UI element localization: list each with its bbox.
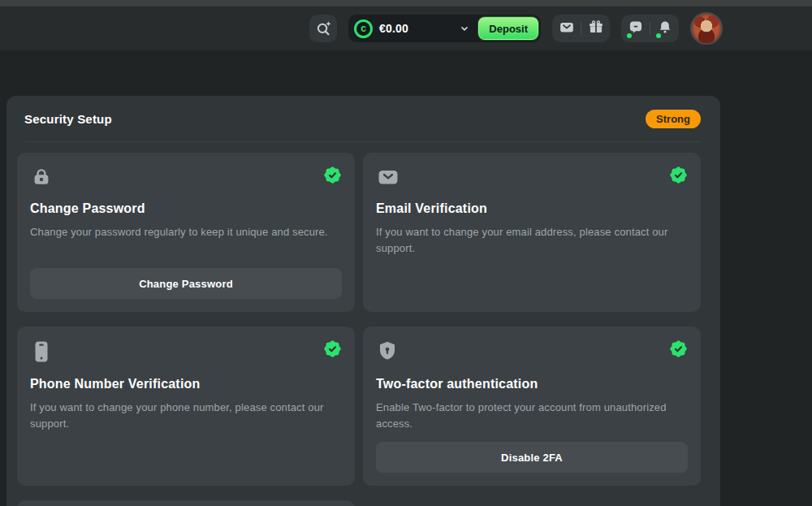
card-title: Phone Number Verification xyxy=(30,377,342,391)
card-phone-verification: Phone Number Verification If you want to… xyxy=(17,327,355,486)
disable-2fa-button[interactable]: Disable 2FA xyxy=(376,442,688,473)
wallet-balance-selector[interactable]: c €0.00 Deposit xyxy=(348,15,541,42)
security-cards-grid: Change Password Change your password reg… xyxy=(17,153,701,506)
card-description: Enable Two-factor to protect your accoun… xyxy=(376,400,688,432)
card-top-row xyxy=(30,166,342,188)
card-top-row xyxy=(376,166,688,188)
envelope-icon xyxy=(376,166,400,188)
security-setup-panel: Security Setup Strong xyxy=(6,96,720,506)
card-top-row xyxy=(30,339,342,364)
user-avatar[interactable] xyxy=(690,12,723,45)
main-content: Security Setup Strong xyxy=(0,50,812,506)
page-title: Security Setup xyxy=(24,112,112,126)
card-change-password: Change Password Change your password reg… xyxy=(17,153,355,312)
balance-amount: €0.00 xyxy=(379,22,408,35)
card-description: Change your password regularly to keep i… xyxy=(30,224,342,240)
coin-letter: c xyxy=(356,22,370,36)
header-divider xyxy=(24,141,701,142)
card-title: Email Verification xyxy=(376,201,688,216)
verified-check-badge xyxy=(669,339,688,361)
shield-icon xyxy=(376,339,399,364)
coin-icon: c xyxy=(354,19,373,38)
card-two-factor: Two-factor authentication Enable Two-fac… xyxy=(363,327,701,486)
change-password-button[interactable]: Change Password xyxy=(30,268,342,299)
strength-badge: Strong xyxy=(646,110,701,128)
top-navigation-bar: c €0.00 Deposit xyxy=(0,6,812,50)
verified-check-badge xyxy=(323,339,342,361)
chevron-down-icon xyxy=(457,21,472,36)
card-title: Two-factor authentication xyxy=(376,377,688,391)
mail-button[interactable] xyxy=(552,15,581,42)
card-email-verification: Email Verification If you want to change… xyxy=(363,153,701,312)
security-setup-header: Security Setup Strong xyxy=(17,96,701,141)
card-top-row xyxy=(376,339,688,364)
mail-gift-button-group xyxy=(552,15,610,42)
app-window: c €0.00 Deposit xyxy=(0,0,812,506)
deposit-button[interactable]: Deposit xyxy=(478,17,538,40)
mail-icon xyxy=(558,19,576,39)
notifications-button[interactable] xyxy=(650,15,679,42)
chat-notification-dot xyxy=(627,33,632,38)
phone-icon xyxy=(30,339,53,364)
chat-button[interactable] xyxy=(621,15,650,42)
card-description: If you want to change your phone number,… xyxy=(30,400,342,432)
bell-notification-dot xyxy=(656,33,661,38)
gift-icon xyxy=(587,19,605,39)
search-button[interactable] xyxy=(309,15,337,42)
search-sparkle-icon xyxy=(313,18,333,40)
chat-bell-button-group xyxy=(621,15,679,42)
verified-check-badge xyxy=(323,166,342,188)
card-description: If you want to change your email address… xyxy=(376,224,688,257)
card-partial-next xyxy=(17,500,355,506)
gift-button[interactable] xyxy=(581,15,610,42)
card-title: Change Password xyxy=(30,201,342,216)
verified-check-badge xyxy=(669,166,688,188)
window-top-strip xyxy=(0,0,812,6)
lock-icon xyxy=(30,166,53,188)
